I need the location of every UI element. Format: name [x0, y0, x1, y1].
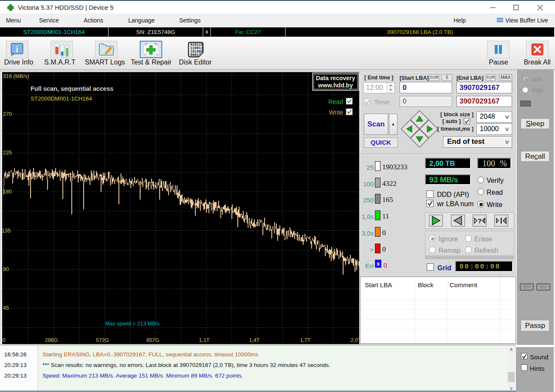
svg-text:Full scan, sequential access: Full scan, sequential access	[31, 85, 113, 92]
svg-text:Read: Read	[328, 98, 343, 105]
svg-text:1,1T: 1,1T	[199, 337, 209, 343]
svg-text:0001: 0001	[190, 53, 199, 57]
svg-text:572G: 572G	[96, 337, 109, 343]
svg-text:ST2000DM001-1CH164: ST2000DM001-1CH164	[31, 95, 92, 102]
svg-text:1,7T: 1,7T	[300, 337, 310, 343]
svg-text:135: 135	[2, 228, 11, 234]
svg-text:45: 45	[3, 305, 9, 311]
svg-text:Write: Write	[329, 109, 343, 116]
svg-text:i: i	[16, 45, 18, 54]
svg-text:270: 270	[3, 111, 12, 117]
svg-text:?: ?	[478, 217, 482, 224]
svg-text:180: 180	[3, 189, 12, 195]
svg-text:0: 0	[3, 337, 6, 343]
svg-text:1,4T: 1,4T	[249, 337, 259, 343]
svg-text:90: 90	[3, 266, 9, 272]
svg-text:286G: 286G	[45, 337, 58, 343]
svg-text:Max speed = 213 MB/s: Max speed = 213 MB/s	[105, 321, 160, 327]
svg-text:2,0T: 2,0T	[350, 337, 359, 343]
svg-text:316 (MB/s): 316 (MB/s)	[3, 73, 29, 79]
svg-text:857G: 857G	[146, 337, 160, 343]
svg-text:225: 225	[3, 150, 12, 156]
svg-text:Data recovery: Data recovery	[316, 75, 355, 81]
svg-text:www.hdd.by: www.hdd.by	[318, 82, 353, 89]
